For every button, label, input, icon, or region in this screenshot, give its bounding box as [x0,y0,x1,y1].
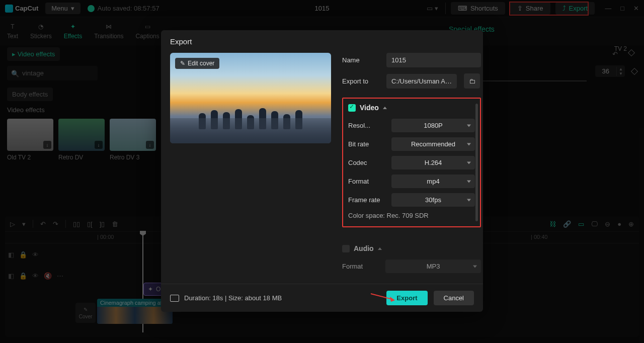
codec-dropdown[interactable]: H.264 [391,156,475,169]
folder-icon: 🗀 [469,77,475,85]
chevron-down-icon [473,265,477,268]
film-icon [170,295,179,302]
bitrate-label: Bit rate [348,140,384,148]
format-dropdown[interactable]: mp4 [391,175,475,188]
audio-format-dropdown[interactable]: MP3 [385,260,481,273]
codec-value: H.264 [425,159,442,166]
audio-format-label: Format [342,263,378,270]
codec-label: Codec [348,159,384,166]
scrollbar[interactable] [475,104,478,221]
export-path: C:/Users/Usman Ali N... [386,74,457,89]
chevron-down-icon [467,199,471,201]
audio-checkbox[interactable] [342,245,350,252]
chevron-down-icon [467,143,471,145]
chevron-down-icon [467,124,471,127]
framerate-value: 30fps [425,196,441,204]
export-confirm-button[interactable]: Export [386,291,427,305]
browse-folder-button[interactable]: 🗀 [464,73,480,89]
export-modal: Export ✎ Edit cover Name Export to C:/Us… [161,30,483,312]
audio-section-label: Audio [354,244,374,252]
bitrate-value: Recommended [411,140,455,148]
collapse-caret-icon[interactable] [378,247,382,250]
collapse-caret-icon[interactable] [383,107,387,109]
resolution-dropdown[interactable]: 1080P [391,119,475,132]
video-checkbox[interactable] [348,104,356,112]
cancel-button[interactable]: Cancel [434,291,474,305]
chevron-down-icon [467,180,471,183]
footer-info: Duration: 18s | Size: about 18 MB [184,294,282,302]
edit-cover-label: Edit cover [188,60,214,67]
modal-title: Export [161,30,483,53]
name-label: Name [342,56,379,64]
edit-cover-button[interactable]: ✎ Edit cover [175,58,219,69]
resolution-label: Resol... [348,122,384,129]
resolution-value: 1080P [424,122,443,129]
audio-format-value: MP3 [427,263,440,270]
color-space-text: Color space: Rec. 709 SDR [348,212,475,219]
export-preview: ✎ Edit cover [170,53,331,143]
annotation-highlight-video-settings: Video Resol...1080P Bit rateRecommended … [342,98,481,227]
format-label: Format [348,178,384,185]
name-input[interactable] [386,53,481,67]
bitrate-dropdown[interactable]: Recommended [391,137,475,151]
chevron-down-icon [467,161,471,164]
export-to-label: Export to [342,77,379,85]
framerate-dropdown[interactable]: 30fps [391,193,475,207]
framerate-label: Frame rate [348,196,384,204]
video-section-label: Video [360,104,379,112]
format-value: mp4 [427,178,439,185]
